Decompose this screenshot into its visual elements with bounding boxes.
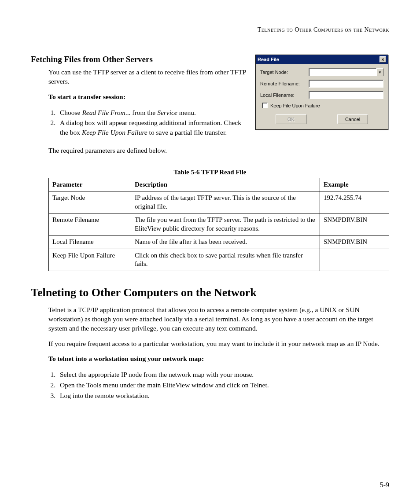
running-header: Telneting to Other Computers on the Netw… (31, 26, 389, 33)
th-description: Description (131, 178, 320, 191)
table-row: Target NodeIP address of the target TFTP… (49, 191, 389, 213)
telnet-step-1: Select the appropriate IP node from the … (57, 370, 389, 379)
start-session-label: To start a transfer session: (48, 92, 251, 102)
step-1: Choose Read File From... from the Servic… (57, 108, 251, 118)
dialog-title-text: Read File (258, 57, 279, 62)
keep-file-label: Keep File Upon Failure (270, 103, 320, 108)
remote-filename-label: Remote Filename: (260, 81, 309, 86)
tftp-read-file-table: Parameter Description Example Target Nod… (48, 178, 389, 271)
th-example: Example (320, 178, 389, 191)
telnet-steps-label: To telnet into a workstation using your … (48, 354, 389, 364)
table-header-row: Parameter Description Example (49, 178, 389, 191)
table-caption: Table 5-6 TFTP Read File (31, 169, 389, 176)
telnet-paragraph-2: If you require frequent access to a part… (48, 339, 389, 349)
local-filename-label: Local Filename: (260, 92, 309, 98)
dialog-titlebar: Read File × (256, 55, 388, 64)
intro-paragraph: You can use the TFTP server as a client … (48, 68, 251, 86)
close-icon[interactable]: × (379, 56, 386, 63)
telnet-paragraph-1: Telnet is a TCP/IP application protocol … (48, 305, 389, 333)
target-node-label: Target Node: (260, 70, 309, 75)
step-2: A dialog box will appear requesting addi… (57, 118, 251, 137)
table-row: Keep File Upon FailureClick on this chec… (49, 249, 389, 271)
remote-filename-input[interactable] (309, 80, 383, 88)
page-number: 5-9 (380, 481, 389, 489)
section-heading-fetching: Fetching Files from Other Servers (31, 55, 251, 64)
required-params-paragraph: The required parameters are defined belo… (48, 146, 389, 155)
target-node-input[interactable] (309, 68, 376, 76)
section-heading-telneting: Telneting to Other Computers on the Netw… (31, 286, 389, 299)
telnet-step-3: Log into the remote workstation. (57, 391, 389, 401)
chevron-down-icon[interactable]: ▼ (376, 68, 383, 76)
local-filename-input[interactable] (309, 91, 383, 99)
cancel-button[interactable]: Cancel (337, 114, 368, 124)
keep-file-checkbox[interactable] (262, 103, 268, 108)
table-row: Local FilenameName of the file after it … (49, 235, 389, 249)
th-parameter: Parameter (49, 178, 131, 191)
ok-button[interactable]: OK (276, 114, 306, 124)
telnet-step-2: Open the Tools menu under the main Elite… (57, 380, 389, 390)
read-file-dialog: Read File × Target Node: ▼ Remote Filena… (255, 55, 388, 130)
table-row: Remote FilenameThe file you want from th… (49, 213, 389, 235)
